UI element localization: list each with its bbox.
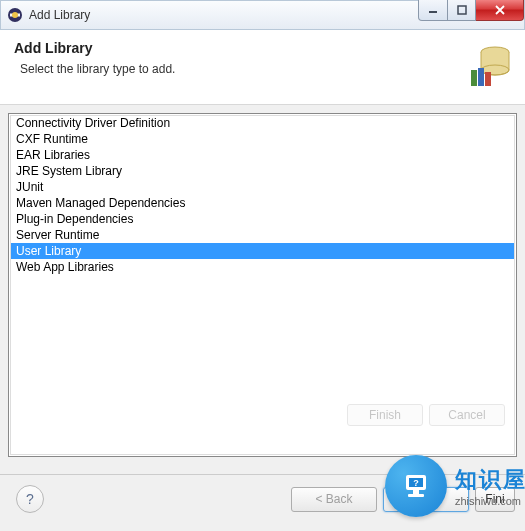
ghost-cancel-button: Cancel [429, 404, 505, 426]
library-icon [467, 40, 511, 88]
watermark-cn: 知识屋 [455, 465, 525, 495]
maximize-button[interactable] [448, 0, 476, 21]
list-item[interactable]: EAR Libraries [10, 147, 515, 163]
svg-rect-8 [478, 68, 484, 86]
list-item[interactable]: JUnit [10, 179, 515, 195]
watermark: ? 知识屋 zhishiwu.com [385, 455, 525, 517]
window-controls [418, 0, 524, 21]
list-item[interactable]: User Library [10, 243, 515, 259]
close-button[interactable] [476, 0, 524, 21]
svg-rect-13 [413, 490, 419, 494]
titlebar: Add Library [0, 0, 525, 30]
minimize-button[interactable] [418, 0, 448, 21]
list-item[interactable]: CXF Runtime [10, 131, 515, 147]
page-title: Add Library [14, 40, 175, 56]
list-item[interactable]: Server Runtime [10, 227, 515, 243]
app-icon [7, 7, 23, 23]
watermark-badge-icon: ? [385, 455, 447, 517]
ghost-finish-button: Finish [347, 404, 423, 426]
svg-rect-4 [458, 6, 466, 14]
list-item[interactable]: Maven Managed Dependencies [10, 195, 515, 211]
background-buttons: Finish Cancel [347, 404, 505, 426]
watermark-text: 知识屋 zhishiwu.com [455, 465, 525, 507]
svg-rect-9 [485, 72, 491, 86]
back-button[interactable]: < Back [291, 487, 377, 512]
svg-rect-7 [471, 70, 477, 86]
list-item[interactable]: Connectivity Driver Definition [10, 115, 515, 131]
svg-rect-3 [429, 11, 437, 13]
help-button[interactable]: ? [16, 485, 44, 513]
dialog-header: Add Library Select the library type to a… [0, 30, 525, 105]
svg-point-2 [12, 12, 18, 18]
svg-text:?: ? [413, 478, 419, 488]
list-item[interactable]: JRE System Library [10, 163, 515, 179]
svg-rect-14 [408, 494, 424, 497]
list-item[interactable]: Web App Libraries [10, 259, 515, 275]
header-text: Add Library Select the library type to a… [14, 40, 175, 76]
list-item[interactable]: Plug-in Dependencies [10, 211, 515, 227]
window-title: Add Library [29, 8, 90, 22]
page-subtitle: Select the library type to add. [14, 62, 175, 76]
watermark-url: zhishiwu.com [455, 495, 521, 507]
